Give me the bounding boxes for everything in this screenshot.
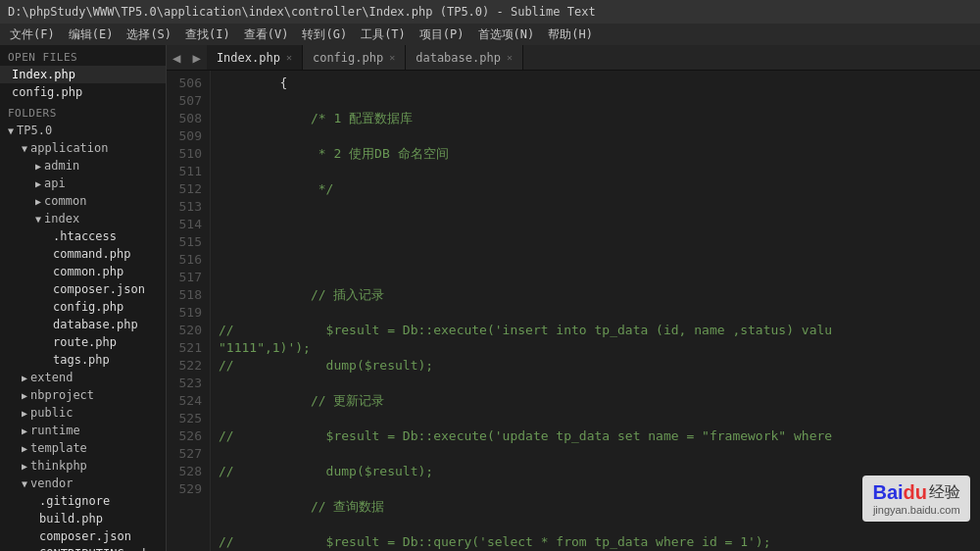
folder-nbproject[interactable]: ▶ nbproject <box>14 386 166 404</box>
file-composer-root[interactable]: composer.json <box>27 527 166 545</box>
folder-index[interactable]: ▼ index <box>27 210 166 227</box>
file-gitignore[interactable]: .gitignore <box>27 492 166 510</box>
folder-admin[interactable]: ▶ admin <box>27 157 166 175</box>
file-composer-json[interactable]: composer.json <box>41 280 166 298</box>
tab-nav-left[interactable]: ◀ <box>167 45 186 70</box>
folder-tp50[interactable]: ▼ TP5.0 <box>0 122 166 139</box>
folder-name-api: api <box>44 176 66 190</box>
code-508: * 2 使用DB 命名空间 <box>219 145 972 163</box>
tab-database-close[interactable]: ✕ <box>507 52 513 63</box>
menu-item-选择(S)[interactable]: 选择(S) <box>121 25 177 45</box>
tab-config-label: config.php <box>313 51 383 65</box>
baidu-logo-container: Baidu 经验 <box>872 481 960 504</box>
menu-item-工具(T)[interactable]: 工具(T) <box>355 25 412 45</box>
tab-nav-right[interactable]: ▶ <box>186 45 206 70</box>
code-517: // dump($result); <box>219 463 972 480</box>
menu-item-文件(F)[interactable]: 文件(F) <box>4 25 61 45</box>
folder-runtime[interactable]: ▶ runtime <box>14 422 166 439</box>
main-area: OPEN FILES Index.php config.php FOLDERS … <box>0 45 980 551</box>
folder-name-admin: admin <box>44 159 79 173</box>
ln-516: 516 <box>174 251 202 269</box>
ln-519: 519 <box>174 304 202 322</box>
open-file-config[interactable]: config.php <box>0 83 166 101</box>
tab-bar: ◀ ▶ Index.php ✕ config.php ✕ database.ph… <box>167 45 980 71</box>
ln-525: 525 <box>174 410 202 427</box>
tab-index[interactable]: Index.php ✕ <box>207 45 303 70</box>
ln-526: 526 <box>174 427 202 445</box>
folder-template[interactable]: ▶ template <box>14 439 166 457</box>
file-contributing[interactable]: CONTRIBUTING.md <box>27 545 166 551</box>
editor-area[interactable]: 506 507 508 509 510 511 512 513 514 515 … <box>167 71 980 551</box>
file-htaccess[interactable]: .htaccess <box>41 227 166 245</box>
folder-icon-nbproject: ▶ <box>22 390 27 401</box>
file-config[interactable]: config.php <box>41 298 166 316</box>
folder-api[interactable]: ▶ api <box>27 175 166 192</box>
ln-520: 520 <box>174 322 202 339</box>
tp50-children: ▼ application ▶ admin ▶ api ▶ common ▼ <box>0 139 166 551</box>
menu-item-转到(G)[interactable]: 转到(G) <box>296 25 353 45</box>
folder-name-tp50: TP5.0 <box>17 124 52 137</box>
folder-icon-index: ▼ <box>35 214 41 225</box>
folder-name-template: template <box>30 441 87 455</box>
ln-507: 507 <box>174 92 202 110</box>
code-509: */ <box>219 180 972 198</box>
ln-511: 511 <box>174 163 202 180</box>
file-database[interactable]: database.php <box>41 316 166 333</box>
code-512: // 插入记录 <box>219 286 972 304</box>
folder-extend[interactable]: ▶ extend <box>14 369 166 386</box>
folder-icon-public: ▶ <box>22 408 27 419</box>
ln-517: 517 <box>174 269 202 286</box>
folder-icon-common: ▶ <box>35 196 41 207</box>
editor-content: 506 507 508 509 510 511 512 513 514 515 … <box>167 71 980 551</box>
file-command[interactable]: command.php <box>41 245 166 263</box>
folder-name-common: common <box>44 194 86 208</box>
ln-506: 506 <box>174 75 202 92</box>
file-tags[interactable]: tags.php <box>41 351 166 369</box>
menu-item-查看(V)[interactable]: 查看(V) <box>238 25 295 45</box>
ln-518: 518 <box>174 286 202 304</box>
editor-pane: ◀ ▶ Index.php ✕ config.php ✕ database.ph… <box>167 45 980 551</box>
baidu-jingyan: 经验 <box>929 482 960 503</box>
baidu-logo-du: du <box>904 481 927 503</box>
file-route[interactable]: route.php <box>41 333 166 351</box>
menu-item-项目(P)[interactable]: 项目(P) <box>414 25 470 45</box>
ln-510: 510 <box>174 145 202 163</box>
folder-public[interactable]: ▶ public <box>14 404 166 422</box>
code-515: // 更新记录 <box>219 392 972 410</box>
baidu-url: jingyan.baidu.com <box>873 504 960 516</box>
vendor-children: .gitignore build.php composer.json CONTR… <box>14 492 166 551</box>
folder-icon-thinkphp: ▶ <box>22 461 27 472</box>
baidu-logo-bai: Bai <box>872 481 903 503</box>
tab-database[interactable]: database.php ✕ <box>406 45 523 70</box>
tab-config[interactable]: config.php ✕ <box>303 45 406 70</box>
ln-523: 523 <box>174 375 202 392</box>
folder-arrow-application: ▼ <box>22 143 27 154</box>
menu-item-编辑(E)[interactable]: 编辑(E) <box>63 25 120 45</box>
menu-item-首选项(N)[interactable]: 首选项(N) <box>472 25 541 45</box>
folder-name-public: public <box>30 406 73 420</box>
title-text: D:\phpStudy\WWW\TP5.0\application\index\… <box>8 5 596 19</box>
code-506: { <box>219 75 972 92</box>
menu-item-查找(I)[interactable]: 查找(I) <box>179 25 236 45</box>
code-519: // $result = Db::query('select * from tp… <box>219 533 972 551</box>
ln-522: 522 <box>174 357 202 375</box>
tab-index-close[interactable]: ✕ <box>286 52 292 63</box>
folder-name-runtime: runtime <box>30 424 80 437</box>
open-file-index[interactable]: Index.php <box>0 66 166 83</box>
file-build[interactable]: build.php <box>27 510 166 527</box>
code-514: // dump($result); <box>219 357 972 375</box>
tab-config-close[interactable]: ✕ <box>389 52 395 63</box>
application-children: ▶ admin ▶ api ▶ common ▼ index .htaccess <box>14 157 166 369</box>
folder-thinkphp[interactable]: ▶ thinkphp <box>14 457 166 475</box>
folder-name-vendor: vendor <box>30 476 73 490</box>
code-518: // 查询数据 <box>219 498 972 516</box>
sidebar: OPEN FILES Index.php config.php FOLDERS … <box>0 45 167 551</box>
folder-name-thinkphp: thinkphp <box>30 459 87 473</box>
folder-common[interactable]: ▶ common <box>27 192 166 210</box>
folder-vendor[interactable]: ▼ vendor <box>14 475 166 492</box>
file-common[interactable]: common.php <box>41 263 166 280</box>
folder-name-nbproject: nbproject <box>30 388 94 402</box>
title-bar: D:\phpStudy\WWW\TP5.0\application\index\… <box>0 0 980 24</box>
folder-application[interactable]: ▼ application <box>14 139 166 157</box>
menu-item-帮助(H)[interactable]: 帮助(H) <box>542 25 599 45</box>
